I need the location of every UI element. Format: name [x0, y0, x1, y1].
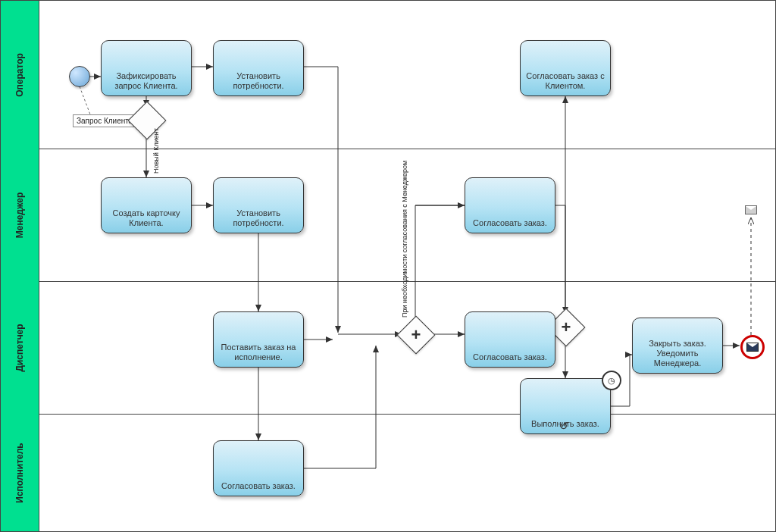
end-message-event: [740, 335, 765, 359]
task-close-order: Закрыть заказ. Уведомить Менеджера.: [632, 318, 723, 374]
lane-label: Оператор: [14, 53, 25, 97]
bpmn-diagram: Оператор Менеджер Диспетчер Исполнитель: [0, 0, 776, 532]
task-agree-order-mgr: Согласовать заказ.: [465, 177, 555, 233]
task-label: Закрыть заказ. Уведомить Менеджера.: [637, 339, 718, 368]
task-label: Установить потребности.: [218, 208, 299, 228]
task-put-order: Поставить заказ на исполнение.: [213, 311, 304, 368]
task-label: Согласовать заказ с Клиентом.: [525, 71, 605, 91]
task-fix-request: Зафиксировать запрос Клиента.: [101, 40, 192, 96]
edge-label-new-client: Новый Клиент: [152, 128, 160, 174]
task-label: Зафиксировать запрос Клиента.: [106, 71, 186, 91]
start-event: [69, 66, 90, 87]
loop-marker-icon: ↺: [559, 420, 568, 432]
task-label: Поставить заказ на исполнение.: [218, 343, 299, 362]
edge-label-need-manager: При необходимости согласования с Менедже…: [401, 181, 408, 318]
task-label: Создать карточку Клиента.: [106, 208, 186, 228]
task-label: Согласовать заказ.: [473, 218, 547, 228]
lane-manager: Менеджер: [1, 149, 39, 281]
lane-executor: Исполнитель: [1, 414, 39, 531]
task-set-needs-2: Установить потребности.: [213, 177, 304, 233]
gateway-exclusive: [128, 102, 167, 140]
envelope-icon: [746, 343, 759, 352]
task-agree-client: Согласовать заказ с Клиентом.: [520, 40, 611, 96]
task-create-card: Создать карточку Клиента.: [101, 177, 192, 233]
svg-line-36: [80, 86, 90, 114]
message-event-icon: [745, 205, 757, 214]
timer-event-icon: ◷: [602, 371, 621, 390]
lane-label: Менеджер: [14, 192, 25, 238]
task-agree-order-exec: Согласовать заказ.: [213, 440, 304, 496]
task-label: Согласовать заказ.: [473, 352, 547, 362]
task-agree-order-disp: Согласовать заказ.: [465, 311, 555, 368]
task-label: Установить потребности.: [218, 71, 299, 91]
lane-operator: Оператор: [1, 1, 39, 149]
lane-label: Диспетчер: [14, 324, 25, 371]
annotation-text: Запрос Клиента: [77, 117, 133, 125]
gateway-parallel-split: +: [397, 316, 436, 355]
task-label: Согласовать заказ.: [221, 481, 296, 491]
lane-dispatcher: Диспетчер: [1, 281, 39, 414]
task-set-needs-1: Установить потребности.: [213, 40, 304, 96]
start-annotation: Запрос Клиента: [73, 114, 136, 127]
lane-label: Исполнитель: [14, 443, 25, 502]
